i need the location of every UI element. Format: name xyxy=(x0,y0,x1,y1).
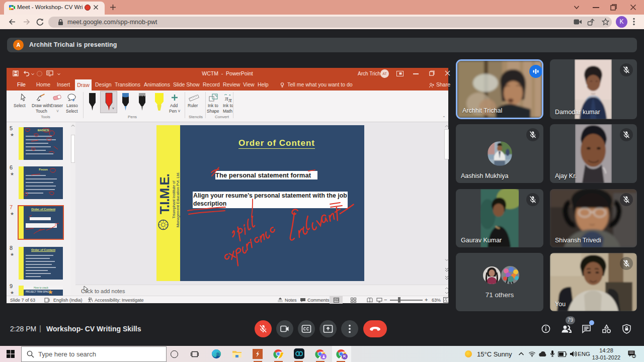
svg-text:2: 2 xyxy=(633,354,635,358)
svg-text:π: π xyxy=(228,96,232,103)
svg-text:π: π xyxy=(225,95,228,102)
